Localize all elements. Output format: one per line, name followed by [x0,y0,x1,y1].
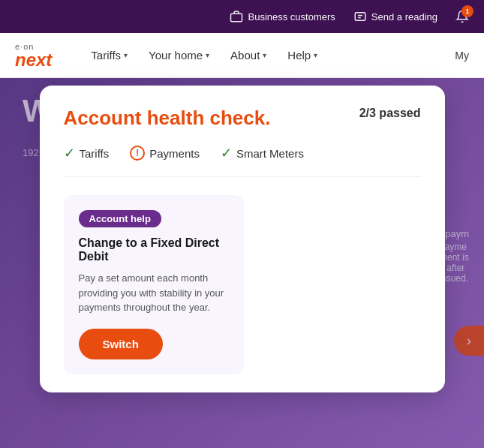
tariffs-check-icon: ✓ [64,145,75,161]
nav-my[interactable]: My [455,50,469,62]
modal-title: Account health check. [64,107,271,130]
nav-tariffs[interactable]: Tariffs ▾ [82,43,137,68]
nav-your-home-label: Your home [149,49,203,62]
nav-your-home[interactable]: Your home ▾ [140,43,218,68]
briefcase-icon [230,10,243,23]
help-card-title: Change to a Fixed Direct Debit [79,236,229,263]
logo-next: next [15,51,52,69]
smart-meters-check-icon: ✓ [221,145,232,161]
account-help-card: Account help Change to a Fixed Direct De… [64,195,244,374]
help-chevron-icon: ▾ [314,51,317,59]
health-item-smart-meters: ✓ Smart Meters [221,145,304,161]
smart-meters-health-label: Smart Meters [236,147,304,160]
your-home-chevron-icon: ▾ [206,51,209,59]
nav-about[interactable]: About ▾ [221,43,275,68]
nav-about-label: About [230,49,260,62]
logo[interactable]: e·on next [15,42,52,69]
switch-button[interactable]: Switch [79,329,163,359]
about-chevron-icon: ▾ [263,51,266,59]
tariffs-health-label: Tariffs [80,147,110,160]
nav-tariffs-label: Tariffs [91,49,121,62]
nav-help-label: Help [287,49,311,62]
nav-items: Tariffs ▾ Your home ▾ About ▾ Help ▾ [82,43,455,68]
business-customers-label: Business customers [248,11,335,23]
send-reading-link[interactable]: Send a reading [353,10,437,23]
svg-rect-2 [355,13,365,21]
nav-help[interactable]: Help ▾ [278,43,326,68]
health-items: ✓ Tariffs ! Payments ✓ Smart Meters [64,145,421,177]
meter-icon [353,10,367,23]
help-card-description: Pay a set amount each month providing yo… [79,271,229,315]
utility-bar: Business customers Send a reading 1 [0,0,484,33]
tariffs-chevron-icon: ▾ [124,51,128,59]
modal-overlay: Account health check. 2/3 passed ✓ Tarif… [0,78,484,448]
notification-badge: 1 [461,5,473,17]
send-reading-label: Send a reading [371,11,437,23]
svg-rect-0 [231,14,242,22]
health-item-payments: ! Payments [130,146,200,161]
modal-header: Account health check. 2/3 passed [64,107,421,130]
health-check-modal: Account health check. 2/3 passed ✓ Tarif… [40,86,445,392]
payments-warning-icon: ! [130,146,145,161]
notifications-button[interactable]: 1 [455,10,469,23]
account-help-badge: Account help [79,210,161,227]
business-customers-link[interactable]: Business customers [230,10,335,23]
payments-health-label: Payments [149,147,200,160]
modal-passed: 2/3 passed [359,107,421,120]
main-nav: e·on next Tariffs ▾ Your home ▾ About ▾ … [0,33,484,78]
health-item-tariffs: ✓ Tariffs [64,145,110,161]
